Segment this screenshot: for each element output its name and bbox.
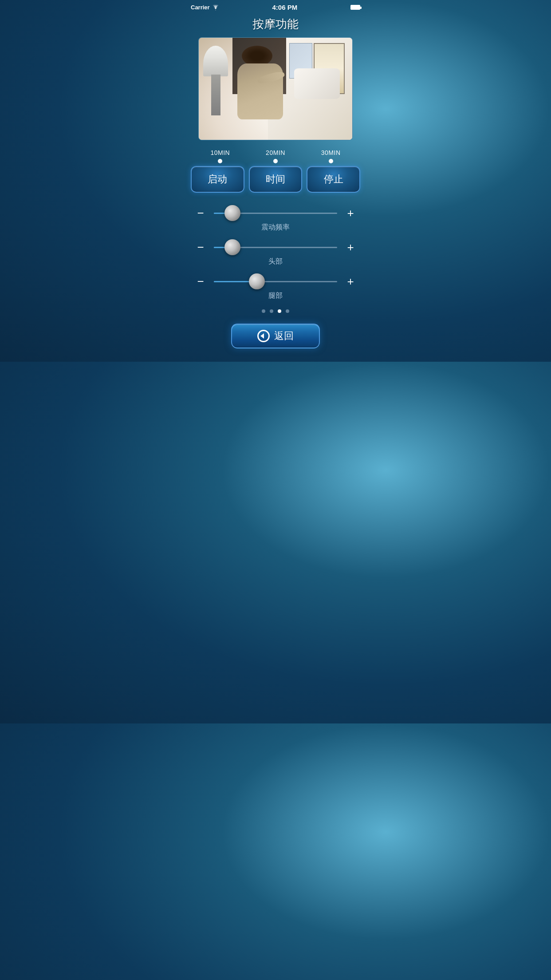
hero-image	[198, 37, 353, 140]
timer-10min: 10MIN	[210, 149, 230, 163]
status-time: 4:06 PM	[272, 4, 297, 11]
stop-button[interactable]: 停止	[307, 166, 360, 193]
head-increase-button[interactable]: +	[342, 239, 358, 255]
timer-20min-dot	[273, 159, 278, 163]
time-button[interactable]: 时间	[249, 166, 303, 193]
back-button[interactable]: 返回	[231, 324, 320, 348]
timer-30min-label: 30MIN	[321, 149, 341, 156]
vibration-label: 震动频率	[193, 223, 358, 232]
back-button-label: 返回	[274, 329, 294, 343]
wifi-icon	[212, 5, 219, 10]
timer-row: 10MIN 20MIN 30MIN	[184, 149, 367, 163]
vibration-decrease-button[interactable]: −	[193, 205, 209, 221]
head-track-container[interactable]	[214, 239, 337, 255]
head-slider-section: − + 头部	[184, 239, 367, 266]
vibration-slider-row: − +	[193, 205, 358, 221]
timer-20min-label: 20MIN	[266, 149, 285, 156]
vibration-track-container[interactable]	[214, 205, 337, 221]
battery-icon	[350, 5, 360, 10]
status-bar: Carrier 4:06 PM	[184, 0, 367, 13]
pagination	[184, 309, 367, 313]
carrier-label: Carrier	[191, 4, 210, 11]
status-right	[350, 5, 360, 10]
vibration-increase-button[interactable]: +	[342, 205, 358, 221]
page-dot-3[interactable]	[278, 309, 281, 313]
timer-30min: 30MIN	[321, 149, 341, 163]
page-title: 按摩功能	[184, 13, 367, 37]
leg-track-container[interactable]	[214, 273, 337, 289]
status-left: Carrier	[191, 4, 219, 11]
page-dot-2[interactable]	[270, 309, 273, 313]
photo-background	[199, 38, 352, 140]
timer-20min: 20MIN	[266, 149, 285, 163]
hero-image-placeholder	[199, 38, 352, 140]
page-dot-4[interactable]	[286, 309, 289, 313]
head-decrease-button[interactable]: −	[193, 239, 209, 255]
leg-decrease-button[interactable]: −	[193, 273, 209, 289]
leg-slider-row: − +	[193, 273, 358, 289]
button-row: 启动 时间 停止	[184, 166, 367, 193]
leg-thumb[interactable]	[249, 273, 265, 289]
timer-10min-label: 10MIN	[210, 149, 230, 156]
vibration-slider-section: − + 震动频率	[184, 205, 367, 232]
leg-label: 腿部	[193, 291, 358, 300]
leg-track	[214, 281, 337, 282]
leg-increase-button[interactable]: +	[342, 273, 358, 289]
timer-10min-dot	[218, 159, 222, 163]
leg-slider-section: − + 腿部	[184, 273, 367, 300]
timer-30min-dot	[329, 159, 333, 163]
vibration-thumb[interactable]	[224, 205, 240, 221]
back-arrow-icon	[257, 330, 270, 342]
start-button[interactable]: 启动	[191, 166, 244, 193]
head-thumb[interactable]	[224, 239, 240, 255]
page-dot-1[interactable]	[262, 309, 265, 313]
head-label: 头部	[193, 257, 358, 266]
back-button-container: 返回	[184, 324, 367, 362]
head-slider-row: − +	[193, 239, 358, 255]
